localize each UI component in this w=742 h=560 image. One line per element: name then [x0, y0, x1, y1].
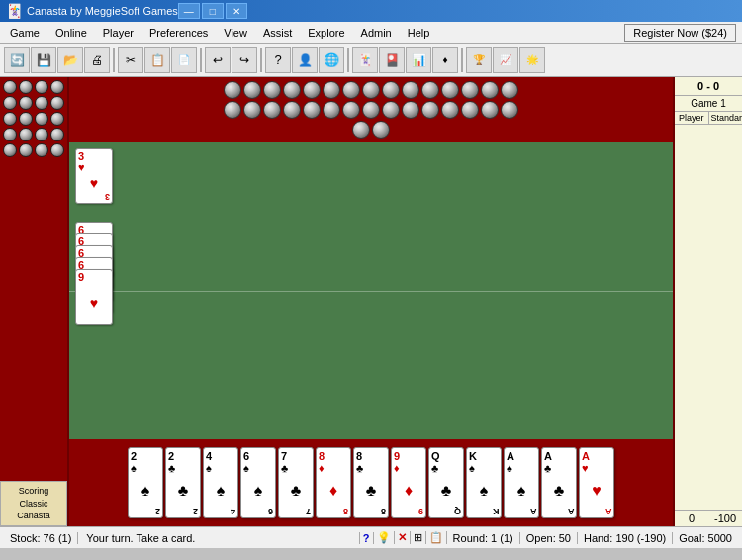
- toolbar-score[interactable]: 📊: [406, 47, 431, 73]
- toolbar-save[interactable]: 💾: [31, 47, 56, 73]
- game-area: Scoring Classic Canasta: [0, 77, 742, 526]
- marble-ball: [263, 81, 281, 99]
- app-icon: 🃏: [6, 3, 23, 19]
- menu-help[interactable]: Help: [400, 22, 438, 43]
- marble-ball-left: [35, 143, 48, 157]
- turn-status: Your turn. Take a card.: [78, 532, 359, 544]
- hand-card-8[interactable]: Q♣♣Q: [428, 447, 464, 518]
- menu-admin[interactable]: Admin: [353, 22, 400, 43]
- toolbar-paste[interactable]: 📄: [171, 47, 197, 73]
- left-panel: Scoring Classic Canasta: [0, 77, 69, 526]
- toolbar-redo[interactable]: ↪: [232, 47, 257, 73]
- marble-ball: [224, 101, 241, 119]
- marble-ball: [342, 101, 360, 119]
- hint-icon[interactable]: 💡: [374, 531, 395, 544]
- marble-ball-left: [19, 143, 33, 157]
- toolbar-sep5: [461, 48, 463, 72]
- meld-sixes: 6♥ ♥♥ 6♥ ♥♥ 6♥ ♥♥ 6♦ ♦: [75, 222, 117, 301]
- marble-ball-left: [50, 112, 64, 126]
- hand-card-4[interactable]: 7♣♣7: [278, 447, 314, 518]
- menu-assist[interactable]: Assist: [255, 22, 300, 43]
- toolbar-meld[interactable]: 🎴: [379, 47, 405, 73]
- menu-preferences[interactable]: Preferences: [141, 22, 216, 43]
- menu-online[interactable]: Online: [47, 22, 95, 43]
- hand-card-0[interactable]: 2♠♠2: [128, 447, 163, 518]
- hand-card-11[interactable]: A♣♣A: [541, 447, 577, 518]
- menu-player[interactable]: Player: [95, 22, 141, 43]
- toolbar-print[interactable]: 🖨: [84, 47, 110, 73]
- menu-explore[interactable]: Explore: [300, 22, 352, 43]
- marble-ball-left: [19, 128, 33, 141]
- meld-card-3h[interactable]: 3♥ ♥ 3: [75, 148, 113, 204]
- close-button[interactable]: ✕: [226, 3, 247, 19]
- toolbar-extra1[interactable]: 🏆: [466, 47, 492, 73]
- toolbar-help[interactable]: ?: [265, 47, 291, 73]
- toolbar-online[interactable]: 🌐: [319, 47, 344, 73]
- marble-ball: [342, 81, 360, 99]
- hand-card-10[interactable]: A♠♠A: [504, 447, 539, 518]
- toolbar-extra3[interactable]: 🌟: [519, 47, 545, 73]
- marble-ball-left: [3, 128, 17, 141]
- minimize-button[interactable]: —: [178, 3, 200, 19]
- marble-ball: [402, 81, 419, 99]
- goal-status: Goal: 5000: [673, 532, 738, 544]
- marble-ball: [362, 101, 380, 119]
- marble-ball: [481, 81, 499, 99]
- menu-game[interactable]: Game: [2, 22, 47, 43]
- meld-6-5[interactable]: 9 ♥: [75, 269, 113, 325]
- marble-ball: [323, 101, 340, 119]
- marble-ball: [224, 81, 241, 99]
- score-columns: Player Standard: [675, 112, 742, 125]
- green-table: 3♥ ♥ 3 6♥ ♥♥ 6♥: [69, 142, 673, 439]
- help-icon[interactable]: ?: [360, 532, 374, 544]
- titlebar-title: Canasta by MeggieSoft Games: [27, 5, 178, 17]
- score-col-player: Player: [675, 112, 709, 124]
- grid-icon[interactable]: ⊞: [411, 531, 426, 544]
- score-col-standard: Standard: [709, 112, 743, 124]
- hand-card-7[interactable]: 9♦♦9: [391, 447, 426, 518]
- toolbar-sep3: [260, 48, 262, 72]
- marble-ball: [421, 81, 439, 99]
- marble-ball-left: [3, 143, 17, 157]
- marble-ball: [382, 81, 400, 99]
- hand-card-1[interactable]: 2♣♣2: [165, 447, 201, 518]
- toolbar-deal[interactable]: 🃏: [352, 47, 378, 73]
- toolbar-cut[interactable]: ✂: [118, 47, 143, 73]
- clipboard-icon[interactable]: 📋: [426, 531, 447, 544]
- score-player-value: 0: [675, 513, 708, 524]
- left-melds: 3♥ ♥ 3: [75, 148, 117, 204]
- marble-ball-left: [3, 96, 17, 110]
- score-standard-value: -100: [708, 513, 742, 524]
- marble-ball-left: [35, 80, 48, 94]
- toolbar-new[interactable]: 🔄: [4, 47, 30, 73]
- marble-ball-left: [19, 112, 33, 126]
- hand-card-3[interactable]: 6♠♠6: [240, 447, 276, 518]
- register-button[interactable]: Register Now ($24): [624, 24, 736, 42]
- toolbar-player[interactable]: 👤: [292, 47, 318, 73]
- hand-card-6[interactable]: 8♣♣8: [353, 447, 389, 518]
- hand-card-5[interactable]: 8♦♦8: [316, 447, 351, 518]
- marble-ball: [382, 101, 400, 119]
- score-header: 0 - 0: [675, 77, 742, 96]
- hand-card-2[interactable]: 4♠♠4: [203, 447, 238, 518]
- toolbar-extra2[interactable]: 📈: [493, 47, 518, 73]
- hand-card-9[interactable]: K♠♠K: [466, 447, 502, 518]
- toolbar-copy[interactable]: 📋: [144, 47, 170, 73]
- marble-ball-left: [50, 143, 64, 157]
- marble-ball: [243, 101, 261, 119]
- marble-ball: [263, 101, 281, 119]
- marble-ball: [283, 101, 301, 119]
- toolbar-open[interactable]: 📂: [57, 47, 83, 73]
- titlebar-controls: — □ ✕: [178, 3, 247, 19]
- toolbar-sep4: [347, 48, 349, 72]
- cancel-icon[interactable]: ✕: [395, 531, 411, 544]
- player-hand-area: 2♠♠22♣♣24♠♠46♠♠67♣♣78♦♦88♣♣89♦♦9Q♣♣QK♠♠K…: [69, 439, 673, 526]
- toolbar-undo[interactable]: ↩: [205, 47, 231, 73]
- marble-ball: [352, 121, 370, 139]
- maximize-button[interactable]: □: [202, 3, 224, 19]
- toolbar-sep1: [113, 48, 115, 72]
- menu-view[interactable]: View: [216, 22, 255, 43]
- marble-ball: [303, 101, 321, 119]
- hand-card-12[interactable]: A♥♥A: [579, 447, 614, 518]
- toolbar-discard[interactable]: ♦: [432, 47, 458, 73]
